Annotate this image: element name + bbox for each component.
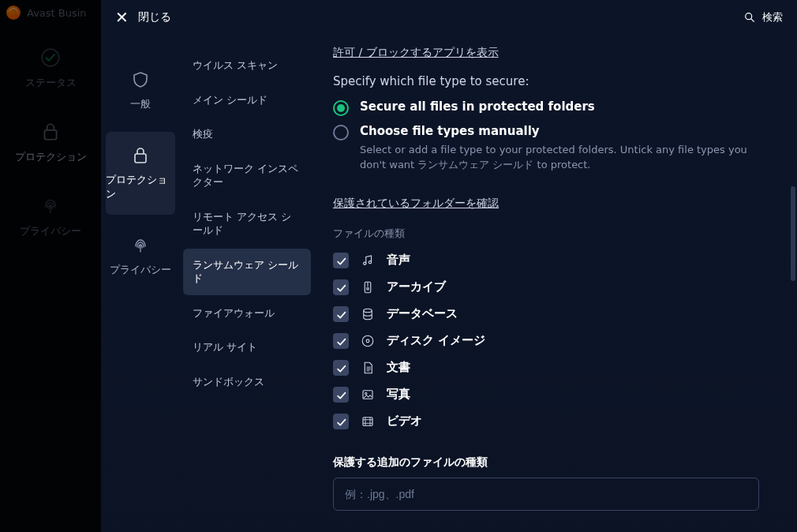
sub-ransomware-shield[interactable]: ランサムウェア シールド xyxy=(183,249,311,295)
category-general[interactable]: 一般 xyxy=(106,49,175,132)
link-allow-block-apps[interactable]: 許可 / ブロックするアプリを表示 xyxy=(333,46,499,60)
settings-submenu: ウイルス スキャン メイン シールド 検疫 ネットワーク インスペクター リモー… xyxy=(180,35,314,532)
close-label: 閉じる xyxy=(138,10,171,24)
archive-icon xyxy=(360,280,376,294)
additional-types-input[interactable] xyxy=(333,478,759,511)
nav-label: プライバシー xyxy=(20,224,81,238)
link-protected-folders[interactable]: 保護されているフォルダーを確認 xyxy=(333,197,499,211)
disc-icon xyxy=(360,334,376,348)
category-label: プロテクション xyxy=(106,173,175,201)
search-label: 検索 xyxy=(762,10,783,24)
filetype-row-document: 文書 xyxy=(333,354,778,381)
app-title: Avast Busin xyxy=(27,7,87,19)
sub-virus-scan[interactable]: ウイルス スキャン xyxy=(183,49,311,82)
video-icon xyxy=(360,414,376,429)
nav-status[interactable]: ステータス xyxy=(0,32,101,106)
specify-description: Specify which file type to secure: xyxy=(333,74,778,88)
database-icon xyxy=(360,307,376,321)
filetype-label: 文書 xyxy=(387,360,410,375)
document-icon xyxy=(360,361,376,375)
scrollbar-thumb[interactable] xyxy=(791,186,795,281)
sub-quarantine[interactable]: 検疫 xyxy=(183,118,311,151)
nav-label: ステータス xyxy=(25,76,77,90)
checkbox-audio[interactable] xyxy=(333,253,349,268)
sub-firewall[interactable]: ファイアウォール xyxy=(183,297,311,330)
sub-sandbox[interactable]: サンドボックス xyxy=(183,365,311,399)
sub-real-site[interactable]: リアル サイト xyxy=(183,331,311,364)
filetype-row-audio: 音声 xyxy=(333,247,778,274)
search-icon xyxy=(743,11,756,24)
settings-categories: 一般 プロテクション プライバシー xyxy=(101,35,180,532)
fingerprint-icon xyxy=(40,196,61,216)
main-nav: ステータス プロテクション プライバシー xyxy=(0,32,101,254)
search-button[interactable]: 検索 xyxy=(743,10,783,24)
filetype-label: データベース xyxy=(387,306,458,321)
nav-privacy[interactable]: プライバシー xyxy=(0,180,101,254)
checkbox-disc[interactable] xyxy=(333,333,349,349)
checkbox-database[interactable] xyxy=(333,306,349,322)
close-icon: ✕ xyxy=(115,9,129,25)
checkbox-archive[interactable] xyxy=(333,279,349,295)
additional-types-title: 保護する追加のファイルの種類 xyxy=(333,455,778,470)
filetype-row-video: ビデオ xyxy=(333,408,778,435)
lock-icon xyxy=(40,122,61,142)
filetype-label: 写真 xyxy=(387,387,410,402)
shield-icon xyxy=(131,70,150,89)
photo-icon xyxy=(360,388,376,402)
category-privacy[interactable]: プライバシー xyxy=(106,215,175,298)
category-label: プライバシー xyxy=(110,263,171,277)
filetype-label: ビデオ xyxy=(387,414,422,429)
radio-secure-all-label: Secure all files in protected folders xyxy=(360,99,595,114)
close-button[interactable]: ✕ 閉じる xyxy=(115,9,171,25)
checkbox-video[interactable] xyxy=(333,414,349,429)
filetype-label: ディスク イメージ xyxy=(387,333,485,348)
avast-logo-icon xyxy=(6,6,21,20)
settings-content: 許可 / ブロックするアプリを表示 Specify which file typ… xyxy=(314,35,797,532)
radio-secure-all[interactable] xyxy=(333,100,349,116)
filetype-row-photo: 写真 xyxy=(333,381,778,408)
category-protection[interactable]: プロテクション xyxy=(106,132,175,215)
filetype-row-disc: ディスク イメージ xyxy=(333,328,778,354)
filetype-label: アーカイブ xyxy=(387,279,446,294)
radio-manual-help: Select or add a file type to your protec… xyxy=(360,143,754,173)
sub-main-shields[interactable]: メイン シールド xyxy=(183,84,311,117)
filetypes-title: ファイルの種類 xyxy=(333,227,778,241)
nav-protection[interactable]: プロテクション xyxy=(0,106,101,180)
filetype-row-archive: アーカイブ xyxy=(333,274,778,301)
nav-label: プロテクション xyxy=(15,150,87,164)
checkbox-document[interactable] xyxy=(333,360,349,376)
filetype-row-database: データベース xyxy=(333,301,778,328)
lock-icon xyxy=(131,146,150,165)
radio-manual[interactable] xyxy=(333,125,349,140)
sub-network-inspector[interactable]: ネットワーク インスペクター xyxy=(183,152,311,199)
category-label: 一般 xyxy=(130,97,151,111)
fingerprint-icon xyxy=(131,236,150,255)
radio-manual-label: Choose file types manually xyxy=(360,124,754,138)
status-icon xyxy=(40,47,61,68)
settings-overlay: ✕ 閉じる 検索 一般 プロテクション プライバシー ウイルス スキ xyxy=(101,0,797,532)
checkbox-photo[interactable] xyxy=(333,387,349,403)
audio-icon xyxy=(360,253,376,268)
sub-remote-access[interactable]: リモート アクセス シールド xyxy=(183,200,311,247)
filetype-label: 音声 xyxy=(387,253,410,268)
